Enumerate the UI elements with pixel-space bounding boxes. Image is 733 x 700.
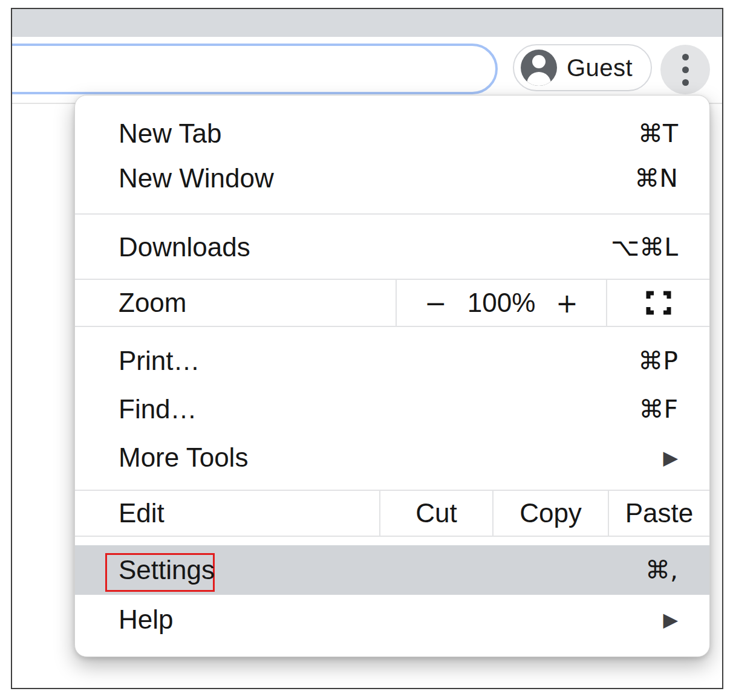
fullscreen-button[interactable] xyxy=(606,280,709,326)
menu-item-shortcut: ⌘N xyxy=(634,164,678,193)
zoom-controls: − 100% + xyxy=(396,280,606,326)
zoom-level-value: 100% xyxy=(467,288,536,318)
menu-item-new-window[interactable]: New Window ⌘N xyxy=(75,156,709,201)
menu-separator xyxy=(75,213,709,215)
kebab-menu-icon xyxy=(682,54,689,86)
menu-item-label: Print… xyxy=(119,346,200,376)
menu-item-downloads[interactable]: Downloads ⌥⌘L xyxy=(75,225,709,270)
edit-label: Edit xyxy=(75,491,379,536)
menu-item-shortcut: ⌘T xyxy=(638,119,678,148)
zoom-label: Zoom xyxy=(75,280,396,326)
guest-avatar-icon xyxy=(521,50,557,86)
browser-window-content: Guest New Tab ⌘T New Window ⌘N Do xyxy=(12,9,722,688)
browser-menu-button[interactable] xyxy=(660,45,710,94)
menu-item-label: More Tools xyxy=(119,442,248,473)
browser-app-menu: New Tab ⌘T New Window ⌘N Downloads ⌥⌘L Z… xyxy=(74,95,710,657)
screenshot-root: Guest New Tab ⌘T New Window ⌘N Do xyxy=(0,0,733,700)
tab-strip xyxy=(12,9,722,37)
menu-item-zoom-row: Zoom − 100% + xyxy=(75,279,709,327)
paste-button[interactable]: Paste xyxy=(608,491,709,536)
menu-item-shortcut: ⌘F xyxy=(639,395,678,424)
copy-button[interactable]: Copy xyxy=(492,491,608,536)
submenu-arrow-icon: ▶ xyxy=(663,608,678,631)
menu-item-label: New Window xyxy=(119,163,274,193)
menu-item-new-tab[interactable]: New Tab ⌘T xyxy=(75,111,709,156)
fullscreen-icon xyxy=(646,291,671,315)
submenu-arrow-icon: ▶ xyxy=(663,446,678,469)
menu-item-label: Help xyxy=(119,604,174,635)
menu-item-label: New Tab xyxy=(119,118,221,149)
cut-button[interactable]: Cut xyxy=(379,491,492,536)
menu-item-print[interactable]: Print… ⌘P xyxy=(75,339,709,383)
menu-item-more-tools[interactable]: More Tools ▶ xyxy=(75,435,709,480)
menu-item-label: Downloads xyxy=(119,232,250,262)
menu-item-edit-row: Edit Cut Copy Paste xyxy=(75,490,709,537)
zoom-in-button[interactable]: + xyxy=(556,288,578,319)
menu-item-help[interactable]: Help ▶ xyxy=(75,597,709,642)
profile-label: Guest xyxy=(567,54,633,82)
menu-item-shortcut: ⌥⌘L xyxy=(611,233,678,262)
menu-item-shortcut: ⌘, xyxy=(645,556,678,585)
zoom-out-button[interactable]: − xyxy=(425,288,447,319)
menu-item-find[interactable]: Find… ⌘F xyxy=(75,387,709,432)
menu-item-label: Find… xyxy=(119,394,197,424)
menu-item-label: Settings xyxy=(119,555,215,585)
address-bar[interactable] xyxy=(12,44,498,94)
browser-window-frame: Guest New Tab ⌘T New Window ⌘N Do xyxy=(11,8,723,689)
menu-item-shortcut: ⌘P xyxy=(638,346,678,375)
profile-button[interactable]: Guest xyxy=(513,44,652,91)
